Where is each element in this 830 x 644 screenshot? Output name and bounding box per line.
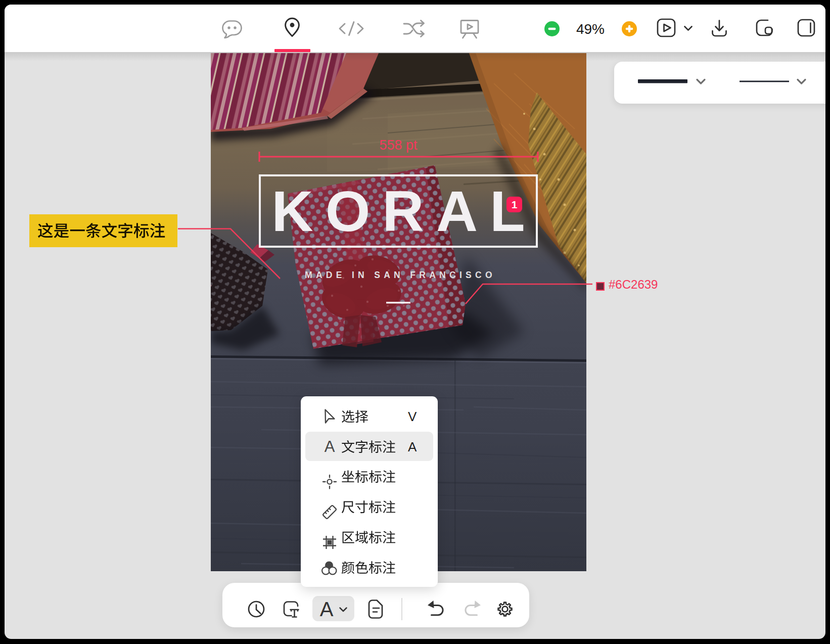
svg-text:A: A xyxy=(320,598,334,620)
svg-text:KORAL: KORAL xyxy=(271,179,537,243)
svg-text:MADE IN SAN FRANCISCO: MADE IN SAN FRANCISCO xyxy=(305,270,496,280)
svg-text:#6C2639: #6C2639 xyxy=(609,278,658,291)
svg-text:V: V xyxy=(408,409,417,424)
svg-text:A: A xyxy=(325,438,335,455)
svg-text:A: A xyxy=(408,439,417,454)
svg-text:49%: 49% xyxy=(576,21,605,37)
